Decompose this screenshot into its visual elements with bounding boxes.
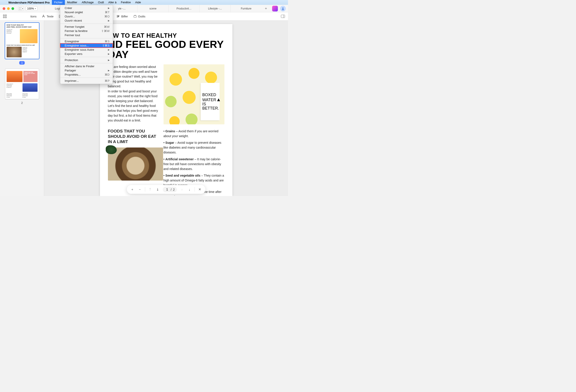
app-name[interactable]: Wondershare PDFelement Pro — [6, 1, 52, 4]
svg-rect-13 — [118, 16, 119, 17]
tab-scene[interactable]: scene — [137, 5, 168, 12]
submenu-arrow-icon: ▶ — [108, 69, 110, 72]
svg-point-2 — [282, 7, 284, 9]
redact-icon — [116, 15, 120, 18]
text-icon — [42, 15, 45, 18]
page-number: 2 — [21, 102, 23, 105]
shortcut-label: ⌘D — [105, 73, 110, 76]
new-tab-button[interactable]: ＋ — [261, 5, 270, 12]
menu-item-fermer-l-onglet[interactable]: Fermer l'onglet⌘W — [60, 25, 113, 29]
menu-separator — [60, 38, 113, 38]
menu-item-cr-er[interactable]: Créer▶ — [60, 6, 113, 10]
tool-label: tions — [30, 15, 36, 18]
thumb-subtitle: AND FEEL GOOD EVERY DAY — [7, 26, 37, 28]
close-window-button[interactable] — [3, 7, 5, 10]
menu-item-label: Ouvrir... — [65, 15, 75, 18]
traffic-lights — [0, 7, 14, 10]
tool-biffer[interactable]: Biffer — [116, 15, 128, 18]
tool-texte[interactable]: Texte — [42, 15, 53, 18]
prev-page-button[interactable]: ↑ — [180, 188, 184, 191]
shortcut-label: ⇧⌘W — [101, 29, 110, 33]
macos-menubar: Wondershare PDFelement Pro Fichier Modif… — [0, 0, 288, 5]
close-nav-button[interactable]: ✕ — [198, 187, 202, 191]
zoom-select[interactable]: 100% ▾ — [26, 6, 37, 11]
menu-item-fermer-la-fen-tre[interactable]: Fermer la fenêtre⇧⌘W — [60, 29, 113, 33]
menu-separator — [60, 63, 113, 63]
menu-item-propri-t-s[interactable]: Propriétés...⌘D — [60, 73, 113, 77]
thumbnails-panel: HOW TO EAT HEALTHY AND FEEL GOOD EVERY D… — [0, 21, 44, 196]
menu-outil[interactable]: Outil — [96, 0, 106, 5]
menu-item-label: Protection — [65, 58, 78, 62]
shortcut-label: ⌘O — [104, 15, 110, 18]
svg-rect-0 — [19, 7, 22, 10]
tool-outils[interactable]: Outils — [133, 15, 145, 18]
menu-item-ouvrir[interactable]: Ouvrir...⌘O — [60, 14, 113, 19]
scroll-top-button[interactable]: ⤒ — [148, 187, 152, 191]
menu-item-protection[interactable]: Protection▶ — [60, 58, 113, 62]
svg-rect-4 — [5, 15, 6, 16]
thumb-title: HOW TO EAT HEALTHY — [7, 24, 37, 26]
menu-item-enregistrer-sous[interactable]: Enregistrer sous...⇧⌘S — [60, 43, 113, 48]
svg-rect-15 — [281, 15, 285, 18]
scroll-bottom-button[interactable]: ⤓ — [155, 187, 160, 191]
menu-item-fermer-tout[interactable]: Fermer tout — [60, 33, 113, 37]
menu-item-enregistrer[interactable]: Enregistrer⌘S — [60, 39, 113, 43]
thumbnails-icon[interactable] — [3, 15, 7, 18]
shortcut-label: ⌘T — [105, 11, 110, 14]
right-column: BOXED WATER▲ IS BETTER. • Grains – Avoid… — [164, 64, 225, 196]
menu-item-imprimer[interactable]: Imprimer...⌘P — [60, 79, 113, 83]
menu-fichier[interactable]: Fichier — [52, 0, 65, 5]
svg-rect-3 — [3, 15, 4, 16]
bullet: • Sugar – Avoid sugar to prevent disease… — [164, 140, 225, 155]
tab-lifestyle[interactable]: Lifestyle -… — [200, 5, 230, 12]
user-avatar[interactable] — [280, 6, 286, 11]
tool-label: Outils — [138, 15, 145, 18]
menu-separator — [60, 57, 113, 57]
thumb-image — [7, 47, 22, 57]
menu-aide[interactable]: Aide — [133, 0, 143, 5]
menu-item-ouvrir-r-cent[interactable]: Ouvrir récent▶ — [60, 19, 113, 23]
tab-furniture[interactable]: Furniture — [230, 5, 261, 12]
sidebar-toggle-button[interactable]: ▾ — [18, 6, 24, 11]
shortcut-label: ⌘P — [105, 79, 110, 82]
menu-affichage[interactable]: Affichage — [80, 0, 96, 5]
menu-modifier[interactable]: Modifier — [65, 0, 80, 5]
menu-item-nouvel-onglet[interactable]: Nouvel onglet⌘T — [60, 10, 113, 14]
menu-fenetre[interactable]: Fenêtre — [119, 0, 133, 5]
tool-annotations[interactable]: tions — [30, 15, 36, 18]
menu-aller-a[interactable]: Aller à — [106, 0, 119, 5]
menu-item-exporter-vers[interactable]: Exporter vers▶ — [60, 52, 113, 56]
bullet: • Artificial sweetener – It may be calor… — [164, 157, 225, 171]
zoom-value: 100% — [27, 7, 34, 10]
page-input[interactable] — [165, 188, 169, 191]
zoom-out-button[interactable]: － — [137, 187, 142, 192]
submenu-arrow-icon: ▶ — [108, 53, 110, 55]
menu-item-label: Exporter vers — [65, 52, 82, 55]
menu-item-label: Créer — [65, 6, 72, 10]
paragraph: In order to feel good and boost your moo… — [108, 89, 159, 123]
tool-label: Texte — [47, 15, 53, 18]
paragraph: you are feeling down worried about this … — [108, 64, 159, 89]
minimize-window-button[interactable] — [7, 7, 10, 10]
submenu-arrow-icon: ▶ — [108, 49, 110, 51]
chevron-down-icon: ▾ — [22, 7, 23, 10]
thumbnail-page-1[interactable]: HOW TO EAT HEALTHY AND FEEL GOOD EVERY D… — [5, 23, 39, 59]
menu-item-label: Partager — [65, 69, 76, 72]
shortcut-label: ⌘W — [104, 25, 110, 28]
tab-productivit[interactable]: Productivit… — [168, 5, 200, 12]
shortcut-label: ⌘S — [105, 40, 110, 43]
menu-item-afficher-dans-le-finder[interactable]: Afficher dans le Finder — [60, 64, 113, 68]
panel-toggle-button[interactable] — [281, 15, 285, 18]
pdf-page: OW TO EAT HEALTHY ND FEEL GOOD EVERY DAY… — [100, 24, 232, 196]
fullscreen-window-button[interactable] — [11, 7, 14, 10]
menu-item-partager[interactable]: Partager▶ — [60, 68, 113, 73]
doc-title-2: ND FEEL GOOD EVERY DAY — [108, 39, 225, 59]
thumb-heading: FOODS THAT YOU SHOULD EAT TO FEEL GOOD — [23, 71, 37, 82]
menu-item-enregistrer-sous-autre[interactable]: Enregistrer sous Autre▶ — [60, 48, 113, 52]
submenu-arrow-icon: ▶ — [108, 7, 110, 9]
brand-icon[interactable] — [272, 6, 278, 11]
zoom-in-button[interactable]: ＋ — [130, 187, 135, 192]
svg-rect-6 — [5, 17, 6, 18]
next-page-button[interactable]: ↓ — [187, 188, 192, 191]
thumbnail-page-2[interactable]: FOODS THAT YOU SHOULD EAT TO FEEL GOOD ■… — [5, 69, 39, 99]
